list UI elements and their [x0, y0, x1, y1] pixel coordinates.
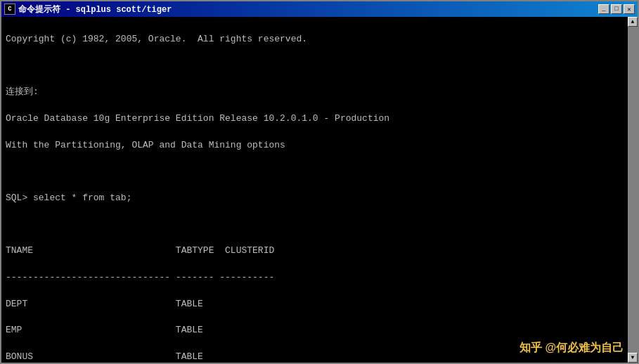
watermark: 知乎 @何必难为自己	[519, 340, 624, 356]
main-window: C 命令提示符 - sqlplus scott/tiger _ □ ✕ Copy…	[0, 0, 639, 364]
title-buttons: _ □ ✕	[598, 4, 635, 14]
window-icon: C	[4, 4, 15, 15]
window-title: 命令提示符 - sqlplus scott/tiger	[18, 4, 172, 15]
title-bar: C 命令提示符 - sqlplus scott/tiger _ □ ✕	[1, 1, 638, 17]
connect-label: 连接到:	[6, 86, 633, 99]
oracle-options: With the Partitioning, OLAP and Data Min…	[6, 139, 633, 152]
blank-line2	[6, 165, 633, 178]
scroll-up-arrow[interactable]: ▲	[628, 17, 638, 27]
terminal-content: Copyright (c) 1982, 2005, Oracle. All ri…	[1, 17, 638, 363]
terminal-output: Copyright (c) 1982, 2005, Oracle. All ri…	[6, 20, 633, 363]
col-divider: ------------------------------ ------- -…	[6, 271, 633, 285]
scrollbar: ▲ ▼	[628, 17, 638, 363]
title-bar-left: C 命令提示符 - sqlplus scott/tiger	[4, 4, 172, 15]
blank-line1	[6, 60, 633, 73]
row1: DEPT TABLE	[6, 298, 633, 311]
row2: EMP TABLE	[6, 324, 633, 337]
sql-command-1: SQL> select * from tab;	[6, 192, 633, 205]
minimize-button[interactable]: _	[598, 4, 609, 14]
copyright-line: Copyright (c) 1982, 2005, Oracle. All ri…	[6, 33, 633, 46]
scroll-down-arrow[interactable]: ▼	[628, 353, 638, 363]
maximize-button[interactable]: □	[611, 4, 622, 14]
close-button[interactable]: ✕	[624, 4, 635, 14]
oracle-version: Oracle Database 10g Enterprise Edition R…	[6, 112, 633, 126]
blank-line3	[6, 219, 633, 232]
col-headers: TNAME TABTYPE CLUSTERID	[6, 245, 633, 258]
scrollbar-track[interactable]	[628, 27, 638, 353]
